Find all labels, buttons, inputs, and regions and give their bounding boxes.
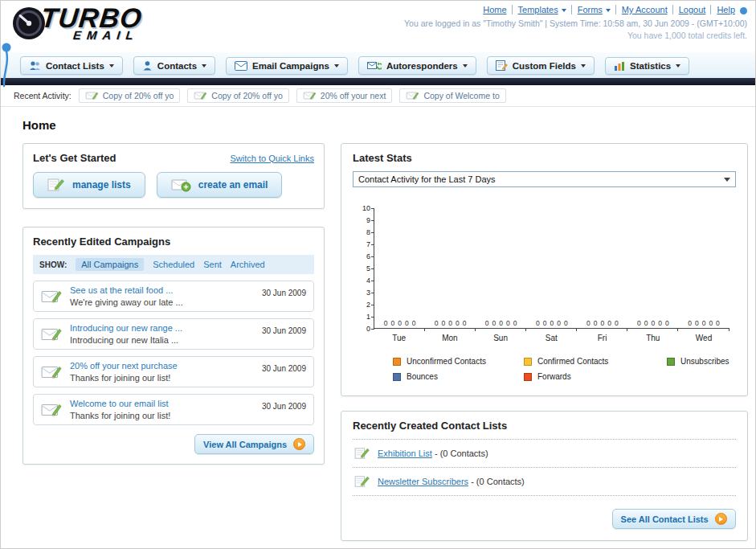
tab-contacts[interactable]: Contacts bbox=[133, 56, 215, 75]
contact-activity-chart: 012345678910 000000000000000000000000000… bbox=[359, 208, 729, 381]
legend-swatch-icon bbox=[393, 358, 401, 366]
tab-autoresponders[interactable]: Autoresponders bbox=[358, 56, 476, 75]
chevron-down-icon bbox=[202, 64, 206, 68]
tab-statistics[interactable]: Statistics bbox=[605, 57, 689, 75]
envelope-pencil-icon bbox=[303, 91, 317, 100]
recent-activity-text: Copy of 20% off yo bbox=[103, 91, 174, 100]
nav-link-logout[interactable]: Logout bbox=[672, 5, 706, 14]
campaign-date: 30 Jun 2009 bbox=[262, 289, 306, 297]
contact-list-link[interactable]: Newsletter Subscribers bbox=[378, 477, 468, 486]
page-title: Home bbox=[22, 118, 734, 132]
top-nav: HomeTemplatesFormsMy AccountLogoutHelp bbox=[404, 5, 747, 14]
envelope-pencil-icon bbox=[41, 364, 62, 380]
campaign-row: 20% off your next purchase Thanks for jo… bbox=[33, 356, 314, 387]
campaign-title-link[interactable]: See us at the retail food ... bbox=[70, 285, 254, 295]
chart-category-label: Sun bbox=[475, 334, 525, 342]
filter-all-campaigns[interactable]: All Campaigns bbox=[76, 258, 144, 271]
chart-group: 00000 bbox=[577, 208, 627, 328]
create-email-label: create an email bbox=[198, 179, 268, 191]
switch-quick-links-link[interactable]: Switch to Quick Links bbox=[230, 154, 314, 163]
contact-list-count: - (0 Contacts) bbox=[432, 449, 488, 458]
legend-item: Unconfirmed Contacts bbox=[393, 357, 524, 366]
legend-swatch-icon bbox=[524, 373, 532, 381]
tab-custom-fields[interactable]: Custom Fields bbox=[487, 56, 595, 75]
logo-title: TURBO bbox=[39, 5, 143, 31]
recent-activity-item[interactable]: Copy of 20% off yo bbox=[79, 88, 181, 103]
legend-item: Forwards bbox=[524, 372, 667, 381]
envelope-pencil-icon bbox=[85, 91, 99, 100]
stats-period-select[interactable]: Contact Activity for the Last 7 Days bbox=[353, 171, 736, 187]
app-logo[interactable]: TURBO EMAIL bbox=[10, 5, 142, 42]
nav-link-my-account[interactable]: My Account bbox=[615, 5, 668, 14]
nav-link-home[interactable]: Home bbox=[483, 5, 506, 14]
show-label: SHOW: bbox=[39, 260, 67, 269]
nav-link-templates[interactable]: Templates bbox=[512, 5, 566, 14]
recent-campaigns-panel: Recently Edited Campaigns SHOW: All Camp… bbox=[22, 227, 325, 465]
see-all-contact-lists-button[interactable]: See All Contact Lists bbox=[612, 509, 736, 529]
recent-activity-bar: Recent Activity: Copy of 20% off yo Copy… bbox=[1, 85, 755, 107]
manage-lists-button[interactable]: manage lists bbox=[33, 172, 145, 198]
manage-lists-label: manage lists bbox=[72, 179, 131, 191]
filter-sent[interactable]: Sent bbox=[203, 260, 222, 269]
nav-link-help[interactable]: Help bbox=[710, 5, 735, 14]
filter-archived[interactable]: Archived bbox=[231, 260, 265, 269]
filter-scheduled[interactable]: Scheduled bbox=[153, 260, 194, 269]
chart-category-label: Sat bbox=[526, 334, 577, 342]
email-campaigns-icon bbox=[235, 61, 247, 71]
view-all-campaigns-button[interactable]: View All Campaigns bbox=[194, 434, 314, 454]
chart-plot: 00000000000000000000000000000000000 bbox=[374, 208, 729, 329]
contact-list-link[interactable]: Exhibition List bbox=[378, 449, 432, 458]
legend-item: Bounces bbox=[393, 372, 524, 381]
nav-link-forms[interactable]: Forms bbox=[571, 5, 611, 14]
right-column: Latest Stats Contact Activity for the La… bbox=[341, 143, 748, 541]
chart-categories: TueMonSunSatFriThuWed bbox=[374, 329, 729, 342]
campaign-title-link[interactable]: Introducing our new range ... bbox=[70, 323, 254, 333]
campaign-date: 30 Jun 2009 bbox=[262, 364, 306, 373]
nav-divider-bar bbox=[1, 78, 755, 85]
view-all-campaigns-label: View All Campaigns bbox=[203, 440, 287, 449]
contact-lists-panel: Recently Created Contact Lists Exhibitio… bbox=[341, 411, 748, 541]
chart-group: 00000 bbox=[678, 208, 729, 328]
pencil-paper-icon bbox=[47, 178, 65, 192]
pencil-paper-icon bbox=[354, 475, 370, 488]
contact-lists-icon bbox=[29, 60, 41, 71]
main-nav: Contact Lists Contacts Email Campaigns A… bbox=[1, 52, 755, 78]
logo-subtitle: EMAIL bbox=[72, 28, 143, 42]
campaign-row: Welcome to our email list Thanks for joi… bbox=[33, 394, 314, 425]
tab-label: Autoresponders bbox=[386, 61, 458, 71]
get-started-title: Let's Get Started bbox=[33, 152, 116, 164]
tab-email-campaigns[interactable]: Email Campaigns bbox=[226, 57, 348, 75]
campaign-title-link[interactable]: Welcome to our email list bbox=[70, 399, 254, 408]
speedometer-icon bbox=[10, 5, 47, 42]
chart-legend: Unconfirmed ContactsConfirmed ContactsUn… bbox=[393, 357, 729, 381]
logo-text: TURBO EMAIL bbox=[41, 5, 142, 42]
recent-activity-item[interactable]: 20% off your next bbox=[296, 88, 393, 103]
chart-group: 00000 bbox=[374, 208, 425, 328]
recent-activity-text: Copy of Welcome to bbox=[423, 91, 499, 100]
pencil-paper-icon bbox=[354, 447, 370, 460]
campaign-row: Introducing our new range ... Introducin… bbox=[33, 318, 314, 350]
contact-list-row: Exhibition List - (0 Contacts) bbox=[353, 440, 736, 468]
legend-swatch-icon bbox=[524, 358, 532, 366]
recent-activity-item[interactable]: Copy of 20% off yo bbox=[187, 88, 289, 103]
recent-activity-item[interactable]: Copy of Welcome to bbox=[399, 88, 505, 103]
dropdown-arrow-icon bbox=[724, 178, 730, 182]
campaign-subtitle: We're giving away our late ... bbox=[70, 297, 254, 307]
recent-activity-text: Copy of 20% off yo bbox=[211, 91, 283, 100]
autoresponders-icon bbox=[367, 60, 382, 71]
tab-contact-lists[interactable]: Contact Lists bbox=[20, 56, 123, 75]
chart-group: 00000 bbox=[476, 208, 526, 328]
credits-status: You have 1,000 total credits left. bbox=[404, 31, 747, 40]
chevron-down-icon bbox=[463, 64, 468, 68]
legend-swatch-icon bbox=[667, 358, 675, 366]
app-window: TURBO EMAIL HomeTemplatesFormsMy Account… bbox=[0, 0, 756, 549]
create-email-button[interactable]: create an email bbox=[157, 172, 283, 198]
campaign-subtitle: Thanks for joining our list! bbox=[70, 373, 254, 383]
chevron-down-icon bbox=[334, 64, 339, 68]
chart-group: 00000 bbox=[425, 208, 476, 328]
stats-period-value: Contact Activity for the Last 7 Days bbox=[358, 174, 496, 184]
tab-label: Email Campaigns bbox=[252, 61, 329, 71]
chart-group: 00000 bbox=[526, 208, 577, 328]
chart-groups: 00000000000000000000000000000000000 bbox=[374, 208, 729, 328]
campaign-title-link[interactable]: 20% off your next purchase bbox=[70, 361, 254, 371]
